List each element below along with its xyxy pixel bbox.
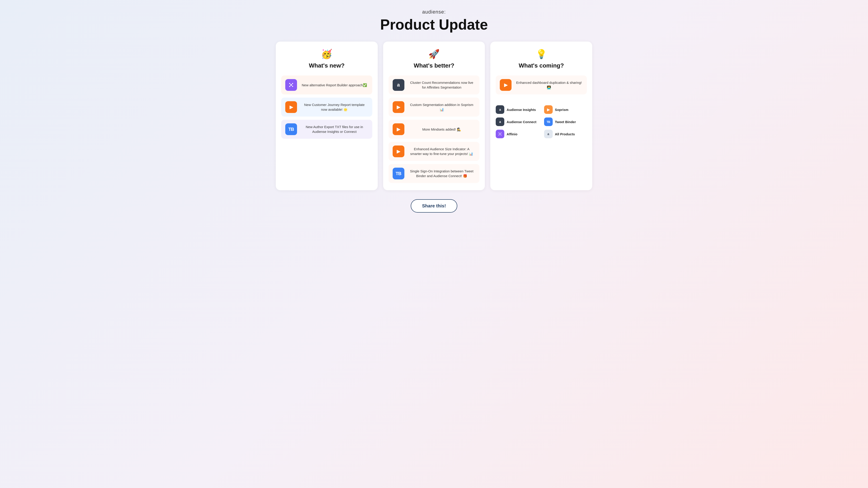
svg-line-5 (290, 84, 290, 84)
product-link-soprism[interactable]: ▶ Soprism (544, 105, 587, 114)
whats-new-title: What's new? (281, 62, 372, 69)
audiense-insights-icon: a (496, 105, 504, 114)
product-link-tweetbinder[interactable]: TB Tweet Binder (544, 118, 587, 126)
list-item: ▶ Enhanced Audience Size Indicator: A sm… (389, 142, 480, 161)
product-link-connect[interactable]: a Audiense Connect (496, 118, 538, 126)
item-text: New Author Export TXT files for use in A… (301, 125, 368, 134)
whats-coming-column: 💡 What's coming? ▶ Enhanced dashboard du… (490, 41, 592, 190)
list-item: ▶ More Mindsets added! 🕵️ (389, 120, 480, 139)
svg-line-15 (500, 133, 501, 133)
item-text: Single Sign-On Integration between Tweet… (408, 169, 475, 178)
product-link-all[interactable]: a All Products (544, 130, 587, 138)
svg-line-17 (500, 134, 501, 135)
svg-point-9 (500, 133, 500, 134)
product-link-affinio[interactable]: Affinio (496, 130, 538, 138)
svg-line-8 (292, 86, 292, 87)
product-name: Audiense Insights (506, 108, 536, 111)
list-item: TB Single Sign-On Integration between Tw… (389, 164, 480, 183)
item-text: Custom Segmentation addition in Soprism … (408, 102, 475, 112)
soprism-play-icon: ▶ (285, 101, 297, 113)
list-item: TB New Author Export TXT files for use i… (281, 120, 372, 139)
svg-point-0 (290, 84, 292, 86)
whats-better-title: What's better? (389, 62, 480, 69)
soprism-icon: ▶ (544, 105, 553, 114)
share-button[interactable]: Share this! (411, 199, 457, 213)
audiense-connect-icon: a (496, 118, 504, 126)
whats-coming-emoji: 💡 (496, 49, 587, 59)
list-item: a Cluster Count Recommendations now live… (389, 75, 480, 94)
item-text: New alternative Report Builder approach✅ (301, 83, 368, 88)
affinio-icon (285, 79, 297, 91)
list-item: New alternative Report Builder approach✅ (281, 75, 372, 94)
product-name: Soprism (555, 108, 568, 111)
all-products-icon: a (544, 130, 553, 138)
columns-container: 🥳 What's new? New alternative Report Bui… (276, 41, 592, 190)
affinio-product-icon (496, 130, 504, 138)
soprism-play-icon-2: ▶ (393, 101, 404, 113)
whats-new-column: 🥳 What's new? New alternative Report Bui… (276, 41, 378, 190)
product-name: All Products (555, 132, 575, 136)
product-links: a Audiense Insights ▶ Soprism a Audiense… (496, 102, 587, 138)
svg-line-6 (292, 84, 292, 84)
list-item: ▶ New Customer Journey Report template n… (281, 98, 372, 117)
whats-coming-title: What's coming? (496, 62, 587, 69)
product-name: Audiense Connect (506, 120, 536, 124)
soprism-play-icon-4: ▶ (393, 145, 404, 157)
tweetbinder-icon: TB (285, 123, 297, 135)
whats-better-emoji: 🚀 (389, 49, 480, 59)
item-text: Enhanced dashboard duplication & sharing… (515, 80, 583, 90)
product-name: Affinio (506, 132, 517, 136)
whats-new-emoji: 🥳 (281, 49, 372, 59)
whats-coming-header: 💡 What's coming? (496, 49, 587, 69)
svg-line-16 (499, 134, 500, 135)
item-text: Cluster Count Recommendations now live f… (408, 80, 475, 90)
item-text: New Customer Journey Report template now… (301, 102, 368, 112)
page-title: Product Update (380, 17, 488, 33)
whats-better-column: 🚀 What's better? a Cluster Count Recomme… (383, 41, 485, 190)
header: audiense: Product Update (380, 9, 488, 33)
logo: audiense: (380, 9, 488, 15)
item-text: Enhanced Audience Size Indicator: A smar… (408, 147, 475, 156)
soprism-play-icon-3: ▶ (393, 123, 404, 135)
audiense-a-icon: a (393, 79, 404, 91)
product-link-insights[interactable]: a Audiense Insights (496, 105, 538, 114)
tweetbinder-product-icon: TB (544, 118, 553, 126)
whats-new-header: 🥳 What's new? (281, 49, 372, 69)
list-item: ▶ Custom Segmentation addition in Sopris… (389, 98, 480, 117)
svg-line-14 (499, 133, 500, 133)
whats-better-header: 🚀 What's better? (389, 49, 480, 69)
item-text: More Mindsets added! 🕵️ (408, 127, 475, 132)
product-name: Tweet Binder (555, 120, 576, 124)
list-item: ▶ Enhanced dashboard duplication & shari… (496, 75, 587, 94)
svg-line-7 (290, 86, 290, 87)
soprism-play-icon-5: ▶ (500, 79, 512, 91)
tweetbinder-icon-2: TB (393, 168, 404, 180)
